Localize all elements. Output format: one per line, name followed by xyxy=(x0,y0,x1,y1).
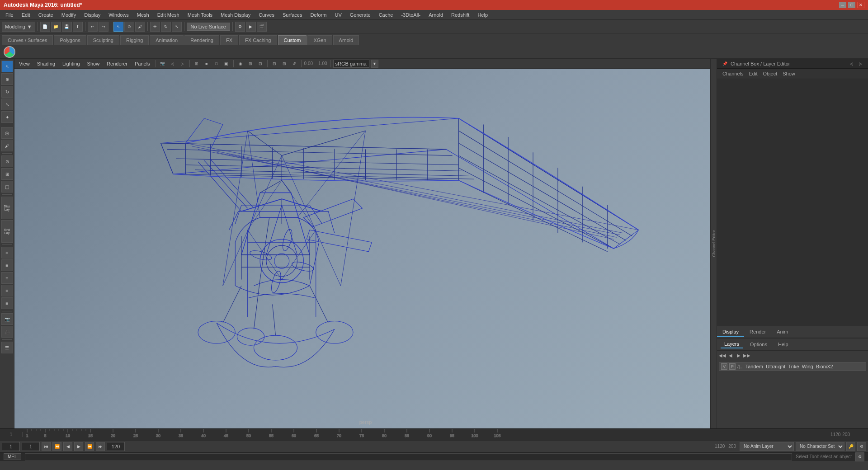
open-file-button[interactable]: 📁 xyxy=(51,22,61,32)
frame-end-input[interactable] xyxy=(107,442,125,451)
scale-mode-button[interactable]: ⤡ xyxy=(1,99,13,110)
layers-tab[interactable]: Layers xyxy=(721,340,743,348)
go-to-start-button[interactable]: ⏮ xyxy=(42,442,51,451)
tab-sculpting[interactable]: Sculpting xyxy=(87,35,119,45)
tab-xgen[interactable]: XGen xyxy=(307,35,332,45)
menu-help[interactable]: Help xyxy=(474,11,491,19)
show-menu[interactable]: Show xyxy=(85,60,103,67)
vp-grid-button[interactable]: ⊞ xyxy=(246,60,255,68)
show-menu[interactable]: Show xyxy=(780,70,798,77)
script-mode-toggle[interactable]: MEL xyxy=(4,453,21,460)
scale-tool-button[interactable]: ⤡ xyxy=(172,22,182,32)
tab-polygons[interactable]: Polygons xyxy=(54,35,86,45)
renderer-menu[interactable]: Renderer xyxy=(104,60,130,67)
expand-panel-button[interactable]: ▷ xyxy=(856,60,864,68)
layer-prev[interactable]: ◀ xyxy=(727,352,734,359)
select-mode-button[interactable]: ↖ xyxy=(1,61,13,72)
viewport-3d[interactable]: x y z persp xyxy=(14,69,717,428)
vp-shade-wire-button[interactable]: ⊞ xyxy=(193,60,201,68)
menu-modify[interactable]: Modify xyxy=(58,11,80,19)
vp-isolate-button[interactable]: ◉ xyxy=(236,60,245,68)
menu-mesh-tools[interactable]: Mesh Tools xyxy=(184,11,216,19)
view-menu[interactable]: View xyxy=(16,60,33,67)
camera-button[interactable]: 📷 xyxy=(1,313,13,325)
vp-shade-all-button[interactable]: ▣ xyxy=(222,60,231,68)
tab-custom[interactable]: Custom xyxy=(278,35,307,45)
object-menu[interactable]: Object xyxy=(760,70,780,77)
snap-grid-button[interactable]: ⊞ xyxy=(1,168,13,180)
menu-edit-mesh[interactable]: Edit Mesh xyxy=(154,11,183,19)
timeline[interactable]: 1 1 5 10 15 20 25 30 35 40 45 50 55 60 6… xyxy=(0,428,868,440)
maximize-button[interactable]: □ xyxy=(848,2,855,8)
render-settings-button[interactable]: ⚙ xyxy=(235,22,245,32)
play-button[interactable]: ▶ xyxy=(74,442,83,451)
shelf-button-2[interactable]: ≡ xyxy=(1,259,13,271)
rotate-tool-button[interactable]: ↻ xyxy=(161,22,171,32)
tab-anim[interactable]: Anim xyxy=(771,327,793,337)
workspace-dropdown[interactable]: Modeling ▼ xyxy=(2,22,35,32)
menu-mesh-display[interactable]: Mesh Display xyxy=(217,11,254,19)
menu-create[interactable]: Create xyxy=(35,11,57,19)
current-frame-input[interactable] xyxy=(2,442,20,451)
vp-shade-button[interactable]: ■ xyxy=(203,60,211,68)
tab-animation[interactable]: Animation xyxy=(150,35,184,45)
save-file-button[interactable]: 💾 xyxy=(62,22,72,32)
menu-windows[interactable]: Windows xyxy=(105,11,132,19)
menu-edit[interactable]: Edit xyxy=(18,11,34,19)
edit-menu[interactable]: Edit xyxy=(746,70,760,77)
sculpt-button[interactable]: 🖌 xyxy=(1,140,13,151)
layer-scroll-right[interactable]: ▶▶ xyxy=(743,352,750,359)
menu-mesh[interactable]: Mesh xyxy=(133,11,153,19)
undo-button[interactable]: ↩ xyxy=(88,22,98,32)
menu-surfaces[interactable]: Surfaces xyxy=(279,11,306,19)
menu-arnold[interactable]: Arnold xyxy=(425,11,447,19)
soft-select-button[interactable]: ◎ xyxy=(1,127,13,139)
shelf-button-3[interactable]: ≡ xyxy=(1,272,13,284)
shelf-button-5[interactable]: ≡ xyxy=(1,297,13,309)
menu-uv[interactable]: UV xyxy=(331,11,345,19)
tab-render[interactable]: Render xyxy=(744,327,771,337)
new-file-button[interactable]: 📄 xyxy=(40,22,50,32)
tab-display[interactable]: Display xyxy=(717,327,744,337)
menu-3dtoall[interactable]: -3DtoAll- xyxy=(397,11,424,19)
misc-button[interactable]: ☰ xyxy=(1,342,13,353)
shelf-button-4[interactable]: ≡ xyxy=(1,285,13,296)
vp-cam-res-button[interactable]: ⊡ xyxy=(256,60,264,68)
pin-channel-box-button[interactable]: 📌 xyxy=(721,60,729,68)
select-tool-button[interactable]: ↖ xyxy=(113,22,123,32)
play-back-button[interactable]: ◀ xyxy=(63,442,72,451)
menu-file[interactable]: File xyxy=(2,11,17,19)
tab-curves-surfaces[interactable]: Curves / Surfaces xyxy=(2,35,53,45)
vp-fit-button[interactable]: ⊟ xyxy=(270,60,278,68)
tab-fx[interactable]: FX xyxy=(220,35,238,45)
menu-deform[interactable]: Deform xyxy=(307,11,330,19)
vp-prev-cam-button[interactable]: ◁ xyxy=(169,60,177,68)
tab-rendering[interactable]: Rendering xyxy=(184,35,219,45)
auto-key-button[interactable]: 🔑 xyxy=(846,442,855,451)
script-input[interactable] xyxy=(25,453,793,461)
universal-manip-button[interactable]: ✦ xyxy=(1,111,13,123)
options-tab[interactable]: Options xyxy=(746,341,771,348)
redo-button[interactable]: ↪ xyxy=(99,22,108,32)
lasso-button[interactable]: ⊙ xyxy=(124,22,134,32)
collapse-panel-button[interactable]: ◁ xyxy=(847,60,855,68)
vp-wire-button[interactable]: □ xyxy=(212,60,221,68)
rotate-mode-button[interactable]: ↻ xyxy=(1,86,13,98)
render-button[interactable]: ▶ xyxy=(246,22,256,32)
menu-curves[interactable]: Curves xyxy=(255,11,278,19)
gamma-input[interactable]: sRGB gamma xyxy=(333,60,369,68)
timeline-ruler[interactable]: 1 5 10 15 20 25 30 35 40 45 50 55 60 65 … xyxy=(23,429,814,440)
import-button[interactable]: ⬆ xyxy=(73,22,83,32)
shelf-button-1[interactable]: ≡ xyxy=(1,247,13,258)
tab-rigging[interactable]: Rigging xyxy=(120,35,149,45)
attribute-editor-side[interactable]: Channel Editor xyxy=(710,59,717,428)
paint-select-button[interactable]: 🖌 xyxy=(135,22,145,32)
menu-generate[interactable]: Generate xyxy=(346,11,374,19)
layer-next[interactable]: ▶ xyxy=(735,352,742,359)
close-button[interactable]: ✕ xyxy=(857,2,864,8)
next-frame-button[interactable]: ⏩ xyxy=(85,442,94,451)
layer-playback[interactable]: P xyxy=(729,363,736,370)
character-set-dropdown[interactable]: No Character Set xyxy=(796,442,844,451)
layer-item[interactable]: V P /|... Tandem_Ultralight_Trike_Wing_B… xyxy=(719,362,866,371)
go-to-end-button[interactable]: ⏭ xyxy=(96,442,105,451)
